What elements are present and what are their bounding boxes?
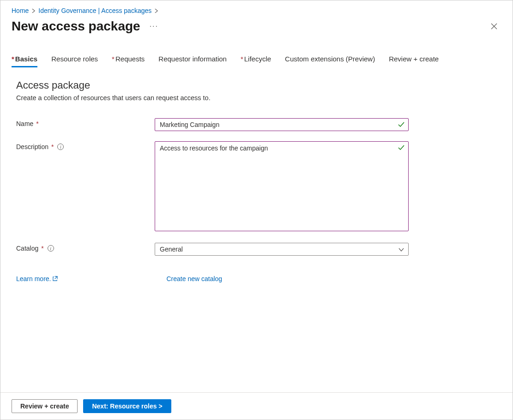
tab-label: Review + create	[389, 55, 439, 63]
tab-strip: *Basics Resource roles *Requests Request…	[0, 38, 513, 67]
form-row-catalog: Catalog * i	[16, 243, 497, 256]
page-title: New access package	[12, 19, 140, 34]
checkmark-icon	[398, 144, 405, 153]
required-icon: *	[12, 55, 14, 63]
chevron-right-icon	[154, 9, 158, 13]
link-text: Learn more.	[16, 275, 51, 282]
breadcrumb-home[interactable]: Home	[12, 7, 29, 14]
breadcrumb: Home Identity Governance | Access packag…	[0, 0, 513, 17]
close-button[interactable]	[487, 19, 501, 34]
tab-label: Resource roles	[51, 55, 98, 63]
learn-more-link[interactable]: Learn more.	[16, 275, 58, 282]
label-text: Name	[16, 120, 33, 127]
required-icon: *	[112, 55, 115, 63]
info-icon[interactable]: i	[48, 245, 54, 252]
required-icon: *	[241, 55, 243, 63]
required-icon: *	[41, 245, 43, 252]
external-link-icon	[53, 275, 58, 282]
chevron-right-icon	[31, 9, 36, 13]
review-create-button[interactable]: Review + create	[12, 399, 78, 413]
required-icon: *	[51, 143, 54, 150]
form-row-description: Description * i	[16, 141, 497, 233]
label-text: Description	[16, 143, 48, 150]
more-actions-button[interactable]: ···	[150, 22, 158, 30]
create-new-catalog-link[interactable]: Create new catalog	[166, 275, 222, 282]
breadcrumb-governance[interactable]: Identity Governance | Access packages	[38, 7, 151, 14]
next-button[interactable]: Next: Resource roles >	[83, 399, 171, 413]
info-icon[interactable]: i	[57, 144, 64, 150]
header: New access package ···	[0, 17, 513, 38]
tab-basics[interactable]: *Basics	[12, 55, 37, 67]
label-name: Name *	[16, 118, 155, 127]
section-description: Create a collection of resources that us…	[16, 94, 497, 102]
tab-lifecycle[interactable]: *Lifecycle	[241, 55, 271, 67]
name-input[interactable]	[155, 118, 409, 131]
required-icon: *	[36, 120, 38, 127]
tab-label: Basics	[15, 55, 37, 63]
section-title: Access package	[16, 79, 497, 91]
label-text: Catalog	[16, 245, 38, 252]
catalog-select[interactable]	[155, 243, 409, 256]
label-description: Description * i	[16, 141, 155, 150]
tab-resource-roles[interactable]: Resource roles	[51, 55, 98, 67]
footer: Review + create Next: Resource roles >	[0, 392, 513, 420]
tab-label: Requestor information	[158, 55, 227, 63]
links-row: Learn more. Create new catalog	[16, 266, 497, 282]
form-row-name: Name *	[16, 118, 497, 131]
close-icon	[491, 23, 497, 30]
tab-requests[interactable]: *Requests	[112, 55, 145, 67]
tab-requestor-info[interactable]: Requestor information	[158, 55, 227, 67]
blade-panel: Home Identity Governance | Access packag…	[0, 0, 513, 420]
tab-custom-extensions[interactable]: Custom extensions (Preview)	[285, 55, 375, 67]
tab-label: Requests	[115, 55, 145, 63]
tab-review-create[interactable]: Review + create	[389, 55, 439, 67]
checkmark-icon	[398, 121, 405, 130]
tab-label: Lifecycle	[244, 55, 271, 63]
description-input[interactable]	[155, 141, 409, 231]
tab-label: Custom extensions (Preview)	[285, 55, 375, 63]
content-area: Access package Create a collection of re…	[0, 67, 513, 392]
label-catalog: Catalog * i	[16, 243, 155, 252]
